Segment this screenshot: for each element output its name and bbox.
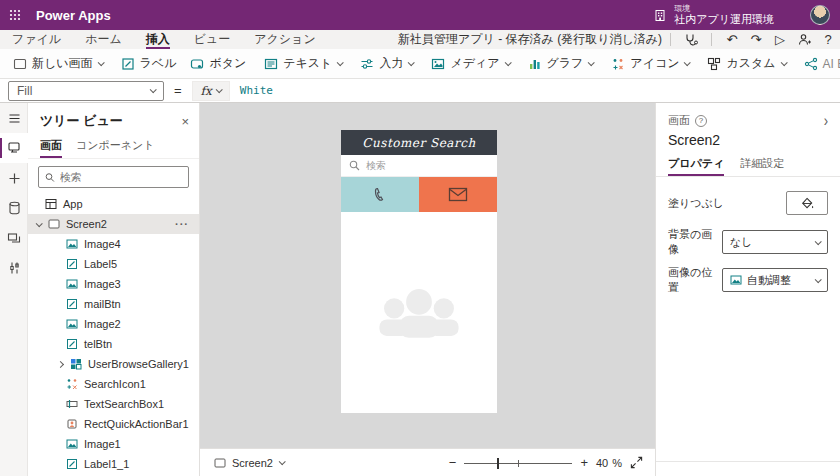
tree-item-label5[interactable]: Label5	[28, 254, 199, 274]
new-screen-icon	[13, 57, 27, 71]
rail-hamburger-icon[interactable]	[0, 103, 28, 133]
zoom-out-icon[interactable]: −	[449, 455, 457, 470]
tree-item-label: Image3	[84, 278, 121, 290]
label-icon	[66, 258, 78, 270]
ribbon-button[interactable]: ボタン	[183, 52, 253, 76]
zoom-slider[interactable]	[464, 456, 572, 470]
menu-action[interactable]: アクション	[242, 30, 327, 49]
share-person-icon[interactable]	[792, 30, 816, 49]
image-position-select[interactable]: 自動調整	[722, 268, 828, 292]
ribbon-text[interactable]: テキスト	[257, 52, 349, 76]
tel-button[interactable]	[341, 177, 419, 212]
tree-item-rectquickactionbar1[interactable]: RectQuickActionBar1	[28, 414, 199, 434]
fx-button[interactable]: fx	[192, 81, 230, 101]
icon-component-icon	[66, 378, 78, 390]
more-options-icon[interactable]: ···	[175, 218, 189, 230]
zoom-slider-thumb[interactable]	[497, 458, 499, 469]
powerapps-studio: Power Apps 環境 社内アプリ運用環境 ファイル ホーム 挿入 ビュー …	[0, 0, 840, 476]
app-search-box[interactable]: 検索	[341, 155, 497, 177]
ribbon-label: ボタン	[209, 55, 246, 72]
rail-media-icon[interactable]	[0, 223, 28, 253]
undo-icon[interactable]: ↶	[720, 30, 744, 49]
properties-header: 画面 ? ›	[656, 103, 840, 128]
image-icon	[66, 278, 78, 290]
paint-bucket-icon	[801, 197, 814, 210]
ribbon-chart[interactable]: グラフ	[521, 52, 601, 76]
fill-color-button[interactable]	[786, 191, 828, 215]
zoom-in-icon[interactable]: +	[580, 455, 588, 470]
custom-icon	[707, 57, 721, 71]
background-image-select[interactable]: なし	[722, 230, 828, 254]
tab-components[interactable]: コンポーネント	[76, 138, 155, 158]
menu-view[interactable]: ビュー	[182, 30, 243, 49]
ribbon-ai-builder[interactable]: AI Builder	[797, 52, 840, 76]
quick-action-bar	[341, 177, 497, 212]
tree-item-label1-1[interactable]: Label1_1	[28, 454, 199, 474]
user-avatar[interactable]	[810, 5, 830, 25]
rail-data-icon[interactable]	[0, 193, 28, 223]
tab-advanced[interactable]: 詳細設定	[740, 156, 784, 176]
ribbon-input[interactable]: 入力	[353, 52, 420, 76]
tree-item-label: telBtn	[84, 338, 112, 350]
ribbon-media[interactable]: メディア	[424, 52, 516, 76]
tree-item-telbtn[interactable]: telBtn	[28, 334, 199, 354]
tree-item-userbrowsegallery1[interactable]: UserBrowseGallery1	[28, 354, 199, 374]
database-icon	[8, 201, 21, 215]
tree-item-image3[interactable]: Image3	[28, 274, 199, 294]
quick-action-icon	[66, 418, 78, 430]
image-icon	[730, 274, 742, 286]
tree-item-image4[interactable]: Image4	[28, 234, 199, 254]
chevron-down-icon	[504, 59, 511, 66]
help-circle-icon[interactable]: ?	[695, 115, 707, 127]
close-icon[interactable]: ×	[181, 115, 189, 128]
properties-tabs: プロパティ 詳細設定	[656, 156, 840, 177]
search-icon	[45, 172, 55, 183]
preview-play-icon[interactable]: ▷	[768, 30, 792, 49]
menu-file[interactable]: ファイル	[0, 30, 73, 49]
chevron-right-icon[interactable]	[56, 362, 64, 367]
panel-bottom-divider	[656, 461, 840, 462]
tree-item-label: Label1_1	[84, 458, 129, 470]
person-plus-icon	[798, 33, 811, 46]
formula-input[interactable]: White	[240, 84, 840, 97]
tree-search-box[interactable]	[38, 166, 189, 188]
tree-item-screen2[interactable]: Screen2 ···	[28, 214, 199, 234]
waffle-icon[interactable]	[0, 0, 30, 30]
screen-selector[interactable]: Screen2	[214, 457, 284, 469]
ribbon-icons[interactable]: アイコン	[604, 52, 696, 76]
tree-item-image2[interactable]: Image2	[28, 314, 199, 334]
chevron-down-icon[interactable]	[34, 222, 42, 227]
fit-to-window-icon[interactable]	[630, 456, 643, 469]
ribbon-label[interactable]: ラベル	[114, 52, 184, 76]
ribbon-new-screen[interactable]: 新しい画面	[6, 52, 110, 76]
ribbon-custom[interactable]: カスタム	[700, 52, 792, 76]
tree-item-image1[interactable]: Image1	[28, 434, 199, 454]
menu-insert[interactable]: 挿入	[134, 30, 182, 49]
expand-panel-icon[interactable]: ›	[824, 112, 828, 130]
screen-preview[interactable]: Customer Search 検索	[341, 130, 497, 413]
background-image-value: なし	[730, 235, 753, 250]
rail-tree-view-icon[interactable]	[0, 133, 28, 163]
rail-insert-icon[interactable]	[0, 163, 28, 193]
tree-search-input[interactable]	[60, 171, 182, 183]
plus-icon	[8, 172, 21, 185]
tree-item-label: TextSearchBox1	[84, 398, 164, 410]
environment-picker[interactable]: 環境 社内アプリ運用環境	[653, 4, 774, 26]
app-search-placeholder: 検索	[366, 159, 386, 173]
tree-item-searchicon1[interactable]: SearchIcon1	[28, 374, 199, 394]
help-icon[interactable]: ?	[816, 30, 840, 49]
menu-home[interactable]: ホーム	[73, 30, 134, 49]
tab-properties[interactable]: プロパティ	[668, 156, 724, 176]
tree-item-mailbtn[interactable]: mailBtn	[28, 294, 199, 314]
tab-screens[interactable]: 画面	[40, 138, 62, 158]
image-position-value: 自動調整	[747, 273, 791, 288]
rail-advanced-tools-icon[interactable]	[0, 253, 28, 283]
app-checker-icon[interactable]	[679, 30, 703, 49]
tree-item-app[interactable]: App	[28, 194, 199, 214]
mail-button[interactable]	[419, 177, 497, 212]
tree-item-textsearchbox1[interactable]: TextSearchBox1	[28, 394, 199, 414]
tree-item-label: Image4	[84, 238, 121, 250]
label-icon	[66, 458, 78, 470]
property-selector[interactable]: Fill	[8, 81, 164, 101]
redo-icon[interactable]: ↷	[744, 30, 768, 49]
